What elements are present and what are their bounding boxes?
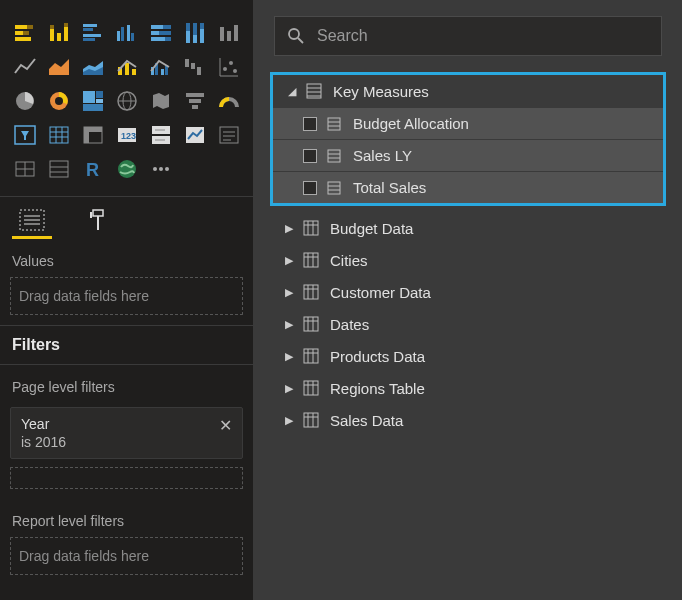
field-table-budget-data[interactable]: ▶ Budget Data xyxy=(270,212,666,244)
field-item-sales-ly[interactable]: Sales LY xyxy=(273,139,663,171)
viz-funnel-icon[interactable] xyxy=(180,86,210,116)
viz-filled-map-icon[interactable] xyxy=(146,86,176,116)
viz-pie-icon[interactable] xyxy=(10,86,40,116)
viz-kpi-icon[interactable] xyxy=(180,120,210,150)
viz-stacked-column-icon[interactable] xyxy=(44,18,74,48)
field-table-dates[interactable]: ▶ Dates xyxy=(270,308,666,340)
field-checkbox[interactable] xyxy=(303,117,317,131)
measure-icon xyxy=(325,115,343,133)
filters-header: Filters xyxy=(0,325,253,365)
svg-rect-45 xyxy=(197,67,201,75)
viz-gauge-icon[interactable] xyxy=(214,86,244,116)
svg-rect-21 xyxy=(159,31,171,35)
values-drop-zone[interactable]: Drag data fields here xyxy=(10,277,243,315)
svg-rect-100 xyxy=(93,210,103,216)
viz-slicer-icon[interactable] xyxy=(10,120,40,150)
field-table-label: Products Data xyxy=(330,348,425,365)
viz-more-icon[interactable] xyxy=(146,154,176,184)
viz-text-box-icon[interactable] xyxy=(214,120,244,150)
svg-point-92 xyxy=(118,160,136,178)
page-level-filters-label: Page level filters xyxy=(0,365,253,401)
viz-stacked-area-icon[interactable] xyxy=(78,52,108,82)
table-icon xyxy=(302,411,320,429)
viz-card-icon[interactable]: 123 xyxy=(112,120,142,150)
svg-rect-66 xyxy=(50,127,68,143)
search-input[interactable] xyxy=(317,27,649,45)
search-icon xyxy=(287,27,305,45)
field-table-customer-data[interactable]: ▶ Customer Data xyxy=(270,276,666,308)
table-icon xyxy=(302,251,320,269)
field-group-label: Key Measures xyxy=(333,83,429,100)
svg-point-93 xyxy=(153,167,157,171)
svg-rect-81 xyxy=(220,127,238,143)
viz-arcgis-icon[interactable] xyxy=(112,154,142,184)
viz-matrix-icon[interactable] xyxy=(78,120,108,150)
viz-line-stacked-column-icon[interactable] xyxy=(112,52,142,82)
svg-rect-130 xyxy=(304,317,318,331)
viz-waterfall-icon[interactable] xyxy=(180,52,210,82)
collapse-icon: ▶ xyxy=(282,286,296,299)
field-table-label: Sales Data xyxy=(330,412,403,429)
viz-line-icon[interactable] xyxy=(10,52,40,82)
viz-r-visual-icon[interactable]: R xyxy=(78,154,108,184)
field-table-label: Customer Data xyxy=(330,284,431,301)
table-icon xyxy=(302,283,320,301)
viz-multi-row-card-icon[interactable] xyxy=(146,120,176,150)
viz-stacked-bar-icon[interactable] xyxy=(10,18,40,48)
svg-rect-118 xyxy=(304,221,318,235)
report-filters-drop-zone[interactable]: Drag data fields here xyxy=(10,537,243,575)
svg-rect-4 xyxy=(15,37,31,41)
svg-rect-56 xyxy=(96,99,103,103)
viz-ribbon-icon[interactable] xyxy=(214,18,244,48)
viz-data-table-icon[interactable] xyxy=(44,154,74,184)
filter-condition: is 2016 xyxy=(21,434,232,450)
svg-point-53 xyxy=(55,97,63,105)
field-table-cities[interactable]: ▶ Cities xyxy=(270,244,666,276)
viz-100-stacked-bar-icon[interactable] xyxy=(146,18,176,48)
filter-card-year[interactable]: ✕ Year is 2016 xyxy=(10,407,243,459)
svg-rect-32 xyxy=(234,25,238,41)
svg-rect-29 xyxy=(200,23,204,29)
viz-clustered-column-icon[interactable] xyxy=(112,18,142,48)
field-label: Sales LY xyxy=(353,147,412,164)
field-table-sales-data[interactable]: ▶ Sales Data xyxy=(270,404,666,436)
svg-rect-115 xyxy=(328,182,340,194)
svg-rect-54 xyxy=(83,91,95,103)
svg-rect-126 xyxy=(304,285,318,299)
field-item-total-sales[interactable]: Total Sales xyxy=(273,171,663,203)
fields-tab[interactable] xyxy=(12,203,52,239)
viz-scatter-icon[interactable] xyxy=(214,52,244,82)
svg-rect-23 xyxy=(165,37,171,41)
svg-rect-0 xyxy=(15,25,27,29)
svg-rect-61 xyxy=(186,93,204,97)
viz-map-icon[interactable] xyxy=(112,86,142,116)
viz-donut-icon[interactable] xyxy=(44,86,74,116)
viz-treemap-icon[interactable] xyxy=(78,86,108,116)
field-table-products-data[interactable]: ▶ Products Data xyxy=(270,340,666,372)
svg-rect-62 xyxy=(189,99,201,103)
filter-remove-button[interactable]: ✕ xyxy=(219,416,232,435)
field-group-key-measures[interactable]: ◢ Key Measures xyxy=(273,75,663,107)
svg-rect-25 xyxy=(186,23,190,31)
field-table-label: Regions Table xyxy=(330,380,425,397)
page-filters-drop-zone[interactable] xyxy=(10,467,243,489)
svg-rect-3 xyxy=(23,31,29,35)
svg-point-103 xyxy=(289,29,299,39)
viz-shape-map-icon[interactable] xyxy=(10,154,40,184)
fields-search-box[interactable] xyxy=(274,16,662,56)
viz-line-clustered-column-icon[interactable] xyxy=(146,52,176,82)
viz-100-stacked-column-icon[interactable] xyxy=(180,18,210,48)
report-level-filters-label: Report level filters xyxy=(0,499,253,535)
field-table-regions-table[interactable]: ▶ Regions Table xyxy=(270,372,666,404)
svg-point-50 xyxy=(233,69,237,73)
collapse-icon: ▶ xyxy=(282,222,296,235)
field-checkbox[interactable] xyxy=(303,149,317,163)
field-table-label: Dates xyxy=(330,316,369,333)
viz-clustered-bar-icon[interactable] xyxy=(78,18,108,48)
field-item-budget-allocation[interactable]: Budget Allocation xyxy=(273,107,663,139)
viz-table-icon[interactable] xyxy=(44,120,74,150)
viz-area-icon[interactable] xyxy=(44,52,74,82)
format-tab[interactable] xyxy=(76,203,116,239)
svg-rect-12 xyxy=(83,34,101,37)
field-checkbox[interactable] xyxy=(303,181,317,195)
